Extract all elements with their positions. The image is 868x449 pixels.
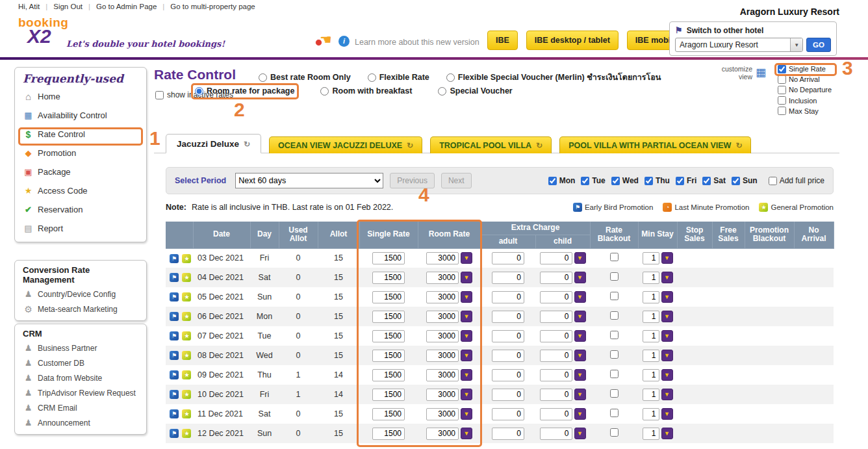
extra-child-input[interactable] bbox=[540, 428, 572, 440]
single-rate-input[interactable] bbox=[372, 330, 405, 342]
extra-adult-input[interactable] bbox=[492, 291, 524, 303]
day-checkbox[interactable] bbox=[676, 177, 684, 185]
day-checkbox[interactable] bbox=[581, 177, 589, 185]
fill-down-button[interactable] bbox=[461, 272, 472, 283]
extra-child-input[interactable] bbox=[540, 389, 572, 401]
info-icon[interactable] bbox=[338, 36, 350, 47]
fill-down-button[interactable] bbox=[661, 350, 673, 361]
fill-down-button[interactable] bbox=[574, 389, 586, 400]
rate-type-option[interactable]: Room rate for package bbox=[195, 86, 294, 96]
fill-down-button[interactable] bbox=[574, 272, 586, 283]
rate-blackout-checkbox[interactable] bbox=[610, 292, 619, 300]
sidebar-item[interactable]: Home bbox=[15, 87, 146, 106]
extra-adult-input[interactable] bbox=[492, 350, 524, 362]
single-rate-input[interactable] bbox=[372, 389, 405, 401]
extra-child-input[interactable] bbox=[540, 369, 572, 381]
rate-type-option[interactable]: Flexible Special Voucher (Merlin) ชำระเง… bbox=[446, 71, 661, 84]
rate-type-radio[interactable] bbox=[195, 87, 203, 96]
single-rate-input[interactable] bbox=[372, 291, 405, 303]
day-checkbox[interactable] bbox=[611, 177, 620, 185]
single-rate-input[interactable] bbox=[372, 311, 405, 323]
fill-down-button[interactable] bbox=[661, 369, 673, 381]
day-checkbox[interactable] bbox=[702, 177, 711, 185]
whats-new-hand-icon[interactable] bbox=[320, 32, 332, 47]
rate-type-radio[interactable] bbox=[446, 73, 455, 82]
sidebar-item[interactable]: Meta-search Marketing bbox=[15, 301, 146, 316]
rate-type-radio[interactable] bbox=[320, 87, 329, 96]
sidebar-item[interactable]: Announcement bbox=[15, 415, 146, 430]
view-option-checkbox[interactable] bbox=[778, 86, 786, 94]
fill-down-button[interactable] bbox=[461, 330, 472, 342]
view-option-checkbox[interactable] bbox=[778, 96, 786, 105]
ibe-desktop-tablet-button[interactable]: IBE desktop / tablet bbox=[526, 31, 619, 50]
min-stay-input[interactable] bbox=[643, 330, 659, 342]
room-rate-input[interactable] bbox=[426, 389, 459, 401]
show-inactive-checkbox[interactable] bbox=[155, 91, 164, 99]
single-rate-input[interactable] bbox=[372, 428, 405, 440]
fill-down-button[interactable] bbox=[661, 428, 673, 439]
sidebar-item[interactable]: Promotion bbox=[15, 144, 146, 162]
extra-adult-input[interactable] bbox=[492, 272, 524, 284]
extra-child-input[interactable] bbox=[540, 408, 572, 420]
extra-child-input[interactable] bbox=[540, 330, 572, 342]
sidebar-item[interactable]: Country/Device Config bbox=[15, 287, 146, 301]
view-option[interactable]: Max Stay bbox=[778, 106, 832, 116]
fill-down-button[interactable] bbox=[461, 389, 472, 400]
fill-down-button[interactable] bbox=[461, 311, 472, 322]
multi-property-link[interactable]: Go to multi-property page bbox=[170, 3, 255, 10]
sidebar-item[interactable]: Access Code bbox=[15, 181, 146, 200]
fill-down-button[interactable] bbox=[661, 389, 673, 400]
fill-down-button[interactable] bbox=[661, 272, 673, 283]
admin-page-link[interactable]: Go to Admin Page bbox=[96, 3, 157, 10]
rate-blackout-checkbox[interactable] bbox=[610, 350, 619, 359]
sidebar-item[interactable]: TripAdvisor Review Request bbox=[15, 385, 146, 400]
rate-blackout-checkbox[interactable] bbox=[610, 253, 619, 261]
single-rate-input[interactable] bbox=[372, 369, 405, 381]
fill-down-button[interactable] bbox=[574, 408, 586, 420]
sidebar-item[interactable]: Package bbox=[15, 162, 146, 181]
day-filter[interactable]: Wed bbox=[611, 176, 639, 185]
view-option[interactable]: Inclusion bbox=[778, 96, 832, 106]
rate-type-option[interactable]: Best rate Room Only bbox=[259, 71, 351, 84]
extra-child-input[interactable] bbox=[540, 350, 572, 362]
day-checkbox[interactable] bbox=[645, 177, 653, 185]
sidebar-item[interactable]: Data from Website bbox=[15, 370, 146, 385]
min-stay-input[interactable] bbox=[643, 291, 659, 303]
rate-blackout-checkbox[interactable] bbox=[610, 331, 619, 339]
previous-button[interactable]: Previous bbox=[390, 173, 435, 188]
fill-down-button[interactable] bbox=[574, 428, 586, 439]
rate-type-option[interactable]: Special Voucher bbox=[438, 86, 512, 96]
sidebar-item[interactable]: Customer DB bbox=[15, 355, 146, 370]
rate-blackout-checkbox[interactable] bbox=[610, 311, 619, 320]
sidebar-item[interactable]: Report bbox=[15, 219, 146, 238]
min-stay-input[interactable] bbox=[643, 350, 659, 362]
fill-down-button[interactable] bbox=[661, 252, 673, 264]
extra-child-input[interactable] bbox=[540, 252, 572, 264]
min-stay-input[interactable] bbox=[643, 369, 659, 381]
room-type-tab[interactable]: Jacuzzi Deluxe bbox=[166, 134, 261, 153]
room-rate-input[interactable] bbox=[426, 428, 459, 440]
day-filter[interactable]: Sat bbox=[702, 176, 726, 185]
room-type-tab[interactable]: TROPICAL POOL VILLA bbox=[430, 136, 552, 153]
dropdown-arrow-icon[interactable] bbox=[790, 38, 802, 51]
rate-type-radio[interactable] bbox=[259, 73, 267, 82]
fill-down-button[interactable] bbox=[461, 291, 472, 303]
day-filter[interactable]: Thu bbox=[645, 176, 670, 185]
view-option-checkbox[interactable] bbox=[778, 65, 786, 73]
fill-down-button[interactable] bbox=[461, 350, 472, 361]
rate-blackout-checkbox[interactable] bbox=[610, 428, 619, 437]
extra-child-input[interactable] bbox=[540, 291, 572, 303]
fill-down-button[interactable] bbox=[661, 291, 673, 303]
rate-blackout-checkbox[interactable] bbox=[610, 389, 619, 398]
view-option[interactable]: No Arrival bbox=[778, 74, 832, 84]
room-type-tab[interactable]: POOL VILLA WITH PARTIAL OCEAN VIEW bbox=[559, 136, 751, 153]
fill-down-button[interactable] bbox=[461, 428, 472, 439]
day-checkbox[interactable] bbox=[732, 177, 740, 185]
rate-blackout-checkbox[interactable] bbox=[610, 272, 619, 281]
next-button[interactable]: Next bbox=[441, 173, 472, 188]
room-rate-input[interactable] bbox=[426, 330, 459, 342]
fill-down-button[interactable] bbox=[574, 369, 586, 381]
extra-adult-input[interactable] bbox=[492, 311, 524, 323]
fill-down-button[interactable] bbox=[574, 330, 586, 342]
fill-down-button[interactable] bbox=[461, 252, 472, 264]
